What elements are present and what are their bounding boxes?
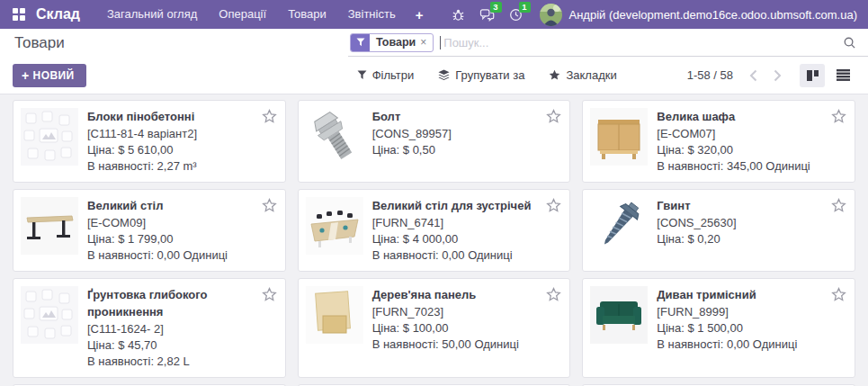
search-icon[interactable] <box>843 36 856 49</box>
bolt-photo <box>306 108 363 166</box>
product-code: [FURN_7023] <box>372 303 547 320</box>
app-name[interactable]: Склад <box>36 6 80 22</box>
product-stock: В наявності: 2,27 m³ <box>87 158 262 175</box>
group-by-button[interactable]: Групувати за <box>438 68 524 82</box>
chevron-right-icon <box>774 69 782 82</box>
new-button[interactable]: + НОВИЙ <box>13 64 86 87</box>
facet-label: Товари <box>370 36 420 49</box>
facet-funnel-icon <box>351 34 370 51</box>
product-price: Ціна: $ 4 000,00 <box>372 231 547 247</box>
filter-facet[interactable]: Товари × <box>350 33 434 52</box>
placeholder-image <box>21 108 78 166</box>
kanban-icon <box>806 69 819 82</box>
favorites-button[interactable]: Закладки <box>549 68 616 82</box>
menu-item-reporting[interactable]: Звітність <box>337 0 407 29</box>
meeting-table-photo <box>306 197 363 255</box>
product-name: Великий стіл <box>87 197 262 214</box>
product-stock: В наявності: 345,00 Одиниці <box>657 158 831 175</box>
layers-icon <box>438 69 450 81</box>
text-caret <box>440 36 441 49</box>
product-card[interactable]: Ґрунтовка глибокого проникнення [C111-16… <box>13 278 286 378</box>
search-input[interactable]: Пошук... <box>443 36 488 49</box>
menu-item-operations[interactable]: Операції <box>208 0 277 29</box>
desk-photo <box>21 197 78 255</box>
favorite-star-icon[interactable] <box>262 287 277 302</box>
favorite-star-icon[interactable] <box>546 198 561 213</box>
favorite-star-icon[interactable] <box>831 287 846 302</box>
kanban-view-button[interactable] <box>800 64 825 87</box>
activities-clock-icon[interactable]: 1 <box>502 0 531 29</box>
product-card[interactable]: Болт [CONS_89957] Ціна: $ 0,50 <box>298 100 571 183</box>
debug-bug-icon[interactable] <box>444 0 473 29</box>
product-card[interactable]: Велика шафа [E-COM07] Ціна: $ 320,00 В н… <box>582 100 855 183</box>
product-name: Болт <box>372 108 547 125</box>
user-name[interactable]: Андрій (development.demo16ce.odoo.ubmsof… <box>569 8 857 22</box>
screw-photo <box>590 197 648 255</box>
product-card[interactable]: Великий стіл для зустрічей [FURN_6741] Ц… <box>298 189 571 272</box>
product-card[interactable]: Гвинт [CONS_25630] Ціна: $ 0,20 <box>582 189 855 272</box>
plus-menu-icon[interactable]: + <box>407 7 433 22</box>
list-view-button[interactable] <box>830 64 855 87</box>
pager-next-button[interactable] <box>772 67 783 84</box>
product-name: Дерев'яна панель <box>372 286 547 303</box>
favorite-star-icon[interactable] <box>546 287 561 302</box>
control-panel-top: Товари Товари × Пошук... <box>0 29 868 57</box>
star-icon <box>549 69 560 81</box>
product-stock: В наявності: 2,82 L <box>87 354 262 370</box>
apps-grid-icon[interactable] <box>13 8 25 21</box>
pager-range: 1-58 / 58 <box>687 68 733 82</box>
product-price: Ціна: $ 1 799,00 <box>87 231 262 247</box>
search-bar[interactable]: Товари × Пошук... <box>348 29 868 57</box>
page-title: Товари <box>14 34 65 52</box>
control-panel-bottom: + НОВИЙ Фільтри Групувати за Закладки 1-… <box>0 57 868 94</box>
favorite-star-icon[interactable] <box>831 198 846 213</box>
product-code: [CONS_25630] <box>657 214 831 231</box>
product-price: Ціна: $ 1 500,00 <box>657 320 831 337</box>
product-card[interactable]: Дерев'яна панель [FURN_7023] Ціна: $ 100… <box>298 278 571 378</box>
favorite-star-icon[interactable] <box>262 198 277 213</box>
product-stock: В наявності: 50,00 Одиниці <box>372 337 547 353</box>
product-stock: В наявності: 0,00 Одиниці <box>657 337 831 353</box>
product-name: Велика шафа <box>657 108 831 125</box>
activities-badge: 1 <box>519 2 531 13</box>
product-name: Ґрунтовка глибокого проникнення <box>87 286 262 320</box>
sofa-photo <box>590 286 648 344</box>
new-button-label: НОВИЙ <box>33 69 75 82</box>
cabinet-photo <box>590 108 648 166</box>
favorite-star-icon[interactable] <box>831 109 846 124</box>
product-card[interactable]: Блоки пінобетонні [C111-81-4 варіант2] Ц… <box>13 100 286 183</box>
product-card[interactable]: Диван тримісний [FURN_8999] Ціна: $ 1 50… <box>582 278 855 378</box>
product-price: Ціна: $ 100,00 <box>372 320 547 337</box>
product-code: [CONS_89957] <box>372 125 547 142</box>
product-code: [C111-81-4 варіант2] <box>87 125 262 142</box>
product-stock: В наявності: 0,00 Одиниці <box>372 247 547 264</box>
plus-icon: + <box>22 70 30 81</box>
favorites-label: Закладки <box>566 68 616 82</box>
user-avatar[interactable] <box>540 4 562 26</box>
messages-chat-icon[interactable]: 3 <box>473 0 502 29</box>
menu-item-overview[interactable]: Загальний огляд <box>96 0 208 29</box>
product-price: Ціна: $ 0,20 <box>657 231 831 247</box>
chevron-left-icon <box>749 69 757 82</box>
product-price: Ціна: $ 320,00 <box>657 142 831 158</box>
group-by-label: Групувати за <box>455 68 524 82</box>
product-code: [C111-1624- 2] <box>87 320 262 337</box>
view-switcher <box>800 64 855 87</box>
product-card[interactable]: Великий стіл [E-COM09] Ціна: $ 1 799,00 … <box>13 189 286 272</box>
product-name: Великий стіл для зустрічей <box>372 197 547 214</box>
favorite-star-icon[interactable] <box>262 109 277 124</box>
product-code: [E-COM09] <box>87 214 262 231</box>
filters-button[interactable]: Фільтри <box>357 68 415 82</box>
pager-prev-button[interactable] <box>747 67 759 84</box>
product-code: [FURN_8999] <box>657 303 831 320</box>
product-price: Ціна: $ 45,70 <box>87 337 262 354</box>
search-options-group: Фільтри Групувати за Закладки <box>357 68 617 82</box>
wood-panel-photo <box>306 286 363 344</box>
top-nav-bar: Склад Загальний огляд Операції Товари Зв… <box>0 0 868 29</box>
product-stock: В наявності: 0,00 Одиниці <box>87 247 262 264</box>
product-kanban-grid: Блоки пінобетонні [C111-81-4 варіант2] Ц… <box>0 94 868 386</box>
favorite-star-icon[interactable] <box>546 109 561 124</box>
facet-remove-icon[interactable]: × <box>420 36 433 49</box>
menu-item-products[interactable]: Товари <box>277 0 337 29</box>
placeholder-image <box>21 286 78 344</box>
